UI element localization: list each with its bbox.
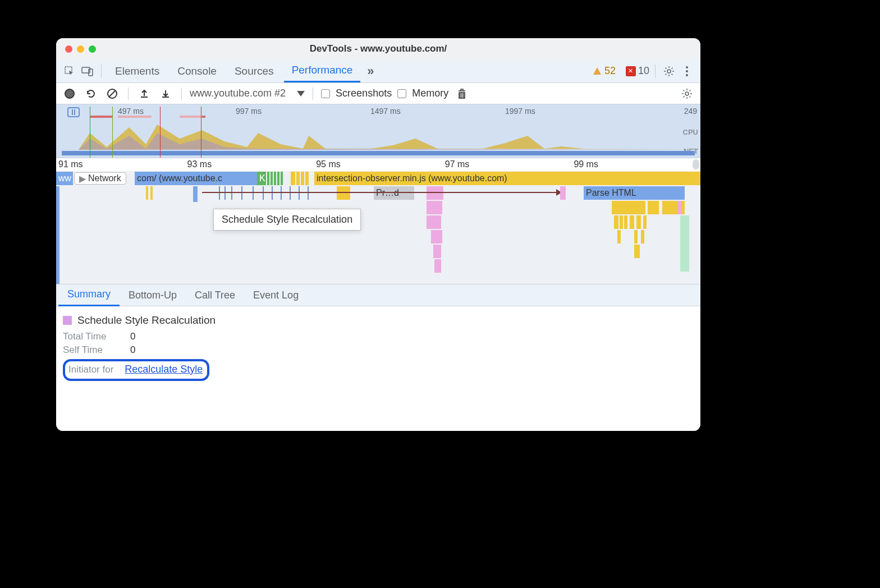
summary-panel: Schedule Style Recalculation Total Time … (56, 306, 700, 431)
device-toggle-icon[interactable] (80, 63, 95, 79)
panel-gear-icon[interactable] (679, 86, 695, 102)
fullscreen-icon[interactable] (89, 45, 96, 53)
gc-icon[interactable] (454, 86, 470, 102)
initiator-highlight: Initiator for Recalculate Style (63, 359, 209, 381)
record-button[interactable] (62, 86, 77, 102)
timeline-ruler[interactable]: 91 ms 93 ms 95 ms 97 ms 99 ms (56, 158, 700, 172)
window-title: DevTools - www.youtube.com/ (56, 43, 700, 54)
memory-checkbox[interactable]: Memory (397, 88, 448, 99)
target-dropdown[interactable]: www.youtube.com #2 (190, 88, 305, 99)
download-icon[interactable] (158, 86, 173, 102)
gear-icon[interactable] (661, 63, 677, 79)
main-toolbar: Elements Console Sources Performance » 5… (56, 59, 700, 83)
svg-rect-2 (89, 69, 93, 76)
performance-toolbar: www.youtube.com #2 Screenshots Memory (56, 83, 700, 104)
svg-point-4 (686, 66, 688, 68)
initiator-arrow (202, 192, 561, 193)
network-collapse[interactable]: ▶Network (74, 172, 126, 185)
kebab-icon[interactable] (679, 63, 695, 79)
close-icon[interactable] (65, 45, 72, 53)
cpu-sparkline (56, 122, 700, 150)
overview-handles[interactable] (67, 107, 80, 117)
warnings-badge[interactable]: 52 (592, 65, 616, 77)
svg-point-6 (686, 74, 688, 76)
minimize-icon[interactable] (77, 45, 84, 53)
screenshots-checkbox[interactable]: Screenshots (321, 88, 392, 99)
self-time-row: Self Time 0 (63, 344, 694, 356)
chevron-down-icon (297, 91, 305, 97)
tab-call-tree[interactable]: Call Tree (186, 285, 244, 306)
inspect-icon[interactable] (62, 63, 77, 79)
tab-elements[interactable]: Elements (107, 61, 167, 82)
errors-badge[interactable]: ✕ 10 (626, 65, 649, 77)
svg-point-5 (686, 70, 688, 72)
svg-point-10 (685, 92, 689, 95)
window-controls (56, 45, 96, 53)
errors-count: 10 (638, 65, 649, 77)
event-color-chip (63, 316, 72, 325)
error-icon: ✕ (626, 66, 636, 76)
tab-console[interactable]: Console (169, 61, 224, 82)
tab-performance[interactable]: Performance (284, 59, 361, 82)
tab-event-log[interactable]: Event Log (244, 285, 308, 306)
more-tabs-icon[interactable]: » (363, 63, 378, 79)
flame-tooltip: Schedule Style Recalculation (213, 209, 361, 231)
vertical-scrollbar[interactable] (693, 159, 699, 169)
upload-icon[interactable] (136, 86, 152, 102)
flame-chart[interactable]: ww ▶Network com/ (www.youtube.c K inters… (56, 172, 700, 284)
tab-sources[interactable]: Sources (227, 61, 282, 82)
reload-icon[interactable] (83, 86, 99, 102)
clear-icon[interactable] (104, 86, 120, 102)
devtools-window: DevTools - www.youtube.com/ Elements Con… (56, 38, 700, 431)
tab-bottom-up[interactable]: Bottom-Up (120, 285, 186, 306)
cpu-overview[interactable]: 497 ms 997 ms 1497 ms 1997 ms 249 CPU NE… (56, 104, 700, 158)
target-label: www.youtube.com #2 (190, 88, 286, 99)
net-overview (62, 151, 695, 155)
event-name: Schedule Style Recalculation (77, 314, 216, 327)
initiator-link[interactable]: Recalculate Style (125, 364, 203, 375)
warnings-count: 52 (604, 65, 616, 77)
details-tabs: Summary Bottom-Up Call Tree Event Log (56, 284, 700, 306)
titlebar: DevTools - www.youtube.com/ (56, 38, 700, 59)
svg-point-3 (667, 70, 671, 73)
total-time-row: Total Time 0 (63, 331, 694, 342)
event-title-row: Schedule Style Recalculation (63, 314, 694, 327)
tab-summary[interactable]: Summary (58, 284, 120, 306)
svg-line-8 (109, 90, 116, 97)
